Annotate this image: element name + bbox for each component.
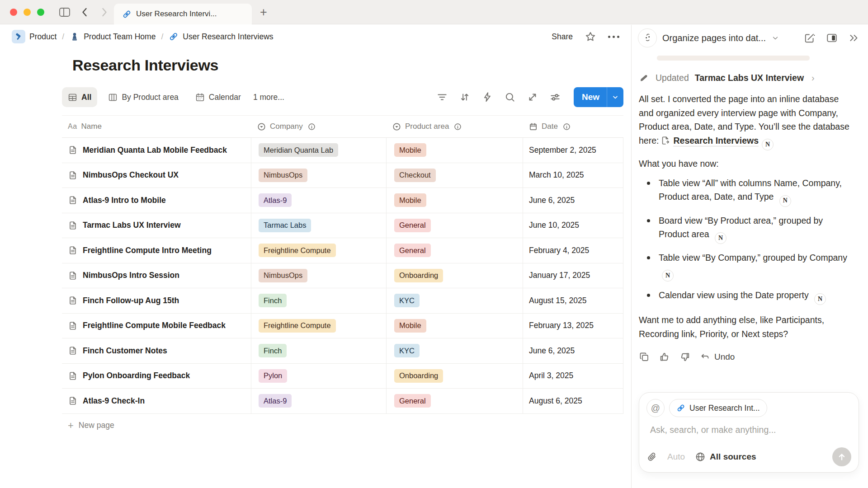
product-area-tag[interactable]: KYC	[394, 294, 420, 307]
new-chat-compose-icon[interactable]	[804, 32, 816, 44]
all-sources-selector[interactable]: All sources	[695, 451, 756, 462]
settings-sliders-icon[interactable]	[549, 91, 561, 103]
company-tag[interactable]: Freightline Compute	[259, 244, 336, 257]
link-icon	[169, 32, 179, 42]
table-row[interactable]: NimbusOps Checkout UX NimbusOps Checkout…	[62, 163, 623, 188]
calendar-view-icon	[195, 93, 205, 102]
table-rows: Meridian Quanta Lab Mobile Feedback Meri…	[62, 138, 623, 414]
row-name: Finch Customer Notes	[83, 346, 167, 356]
product-area-tag[interactable]: General	[394, 394, 431, 408]
product-area-tag[interactable]: KYC	[394, 344, 420, 357]
product-area-tag[interactable]: Mobile	[394, 319, 426, 333]
view-tab-by-product-area[interactable]: By Product area	[102, 87, 184, 107]
minimize-window-button[interactable]	[24, 9, 31, 16]
product-area-tag[interactable]: Mobile	[394, 193, 426, 207]
column-header-product-area[interactable]: Product area	[387, 116, 523, 137]
new-button-dropdown[interactable]	[607, 87, 623, 107]
composer-input[interactable]: Ask, search, or make anything...	[650, 425, 851, 435]
table-row[interactable]: Pylon Onboarding Feedback Pylon Onboardi…	[62, 364, 623, 389]
attach-paperclip-icon[interactable]	[646, 451, 657, 462]
table-row[interactable]: Finch Follow-up Aug 15th Finch KYC Augus…	[62, 288, 623, 314]
favorite-star-icon[interactable]	[585, 31, 596, 42]
info-icon	[563, 123, 571, 131]
table-row[interactable]: Tarmac Labs UX Interview Tarmac Labs Gen…	[62, 213, 623, 239]
company-tag[interactable]: Finch	[259, 294, 287, 307]
updated-page-row[interactable]: Updated Tarmac Labs UX Interview ›	[639, 72, 854, 83]
notion-page-badge[interactable]: N	[779, 195, 791, 207]
toggle-panel-icon[interactable]	[826, 32, 838, 44]
breadcrumb-item-product[interactable]: Product	[12, 30, 57, 43]
chevron-down-icon[interactable]	[771, 34, 779, 42]
ai-bullet-list: Table view “All” with columns Name, Comp…	[639, 176, 854, 305]
table-row[interactable]: Atlas-9 Check-In Atlas-9 General August …	[62, 389, 623, 414]
copy-icon[interactable]	[639, 352, 650, 362]
product-area-tag[interactable]: Checkout	[394, 169, 436, 182]
notion-page-badge[interactable]: N	[662, 270, 674, 282]
product-area-tag[interactable]: General	[394, 244, 431, 257]
table-row[interactable]: Meridian Quanta Lab Mobile Feedback Meri…	[62, 138, 623, 163]
notion-page-badge[interactable]: N	[762, 139, 774, 150]
mention-button[interactable]: @	[646, 399, 665, 417]
company-tag[interactable]: NimbusOps	[259, 169, 307, 182]
topbar-actions: Share	[552, 31, 619, 42]
column-header-date[interactable]: Date	[523, 116, 623, 137]
new-page-button[interactable]: + New page	[62, 414, 623, 437]
search-icon[interactable]	[504, 91, 516, 103]
database-link[interactable]: Research Interviews	[673, 136, 759, 146]
sort-icon[interactable]	[459, 91, 471, 103]
table-row[interactable]: Atlas-9 Intro to Mobile Atlas-9 Mobile J…	[62, 188, 623, 213]
window-controls	[10, 9, 44, 16]
column-header-name[interactable]: Aa Name	[62, 116, 251, 137]
zoom-window-button[interactable]	[37, 9, 44, 16]
forward-button[interactable]	[99, 7, 109, 18]
company-tag[interactable]: Freightline Compute	[259, 319, 336, 333]
thumbs-up-icon[interactable]	[659, 352, 670, 362]
company-tag[interactable]: NimbusOps	[259, 269, 307, 282]
page-document-icon	[68, 221, 78, 230]
filter-icon[interactable]	[436, 91, 448, 103]
context-chip[interactable]: User Research Int...	[669, 399, 767, 417]
ai-thread-title[interactable]: Organize pages into dat...	[662, 33, 766, 43]
company-tag[interactable]: Tarmac Labs	[259, 219, 311, 232]
notion-page-badge[interactable]: N	[814, 293, 826, 305]
company-tag[interactable]: Finch	[259, 344, 287, 357]
thumbs-down-icon[interactable]	[679, 352, 690, 362]
company-tag[interactable]: Atlas-9	[259, 394, 292, 408]
send-button[interactable]	[832, 447, 851, 466]
more-options-icon[interactable]	[608, 36, 619, 38]
page-document-icon	[68, 346, 78, 356]
product-area-tag[interactable]: General	[394, 219, 431, 232]
table-row[interactable]: Freightline Compute Mobile Feedback Frei…	[62, 314, 623, 339]
ai-composer[interactable]: @ User Research Int... Ask, search, or m…	[639, 392, 859, 473]
company-tag[interactable]: Atlas-9	[259, 193, 292, 207]
new-button[interactable]: New	[574, 87, 623, 107]
share-button[interactable]: Share	[552, 32, 573, 42]
back-button[interactable]	[80, 7, 90, 18]
table-row[interactable]: NimbusOps Intro Session NimbusOps Onboar…	[62, 263, 623, 289]
view-tab-all[interactable]: All	[62, 87, 97, 107]
company-tag[interactable]: Meridian Quanta Lab	[259, 143, 338, 157]
product-area-tag[interactable]: Mobile	[394, 143, 426, 157]
table-row[interactable]: Finch Customer Notes Finch KYC June 6, 2…	[62, 338, 623, 364]
ai-message: All set. I converted the page into an in…	[639, 92, 854, 150]
close-window-button[interactable]	[10, 9, 17, 16]
product-area-tag[interactable]: Onboarding	[394, 369, 443, 383]
more-views-link[interactable]: 1 more...	[253, 87, 284, 107]
collapse-double-chevron-icon[interactable]	[848, 32, 860, 44]
notion-page-badge[interactable]: N	[715, 232, 726, 244]
undo-button[interactable]: Undo	[700, 352, 735, 362]
product-area-tag[interactable]: Onboarding	[394, 269, 443, 282]
breadcrumb-item-current-page[interactable]: User Research Interviews	[169, 32, 273, 42]
column-header-company[interactable]: Company	[251, 116, 387, 137]
automation-lightning-icon[interactable]	[481, 91, 493, 103]
table-row[interactable]: Freightline Compute Intro Meeting Freigh…	[62, 238, 623, 263]
view-tab-calendar[interactable]: Calendar	[189, 87, 247, 107]
expand-icon[interactable]	[527, 91, 538, 103]
view-toolbar: New	[436, 87, 623, 107]
browser-tab[interactable]: User Research Intervi...	[114, 4, 252, 24]
toggle-sidebar-icon[interactable]	[59, 7, 71, 18]
new-tab-button[interactable]: +	[260, 6, 267, 19]
breadcrumb-item-team-home[interactable]: Product Team Home	[70, 32, 156, 42]
company-tag[interactable]: Pylon	[259, 369, 287, 383]
auto-mode-label[interactable]: Auto	[667, 452, 685, 462]
